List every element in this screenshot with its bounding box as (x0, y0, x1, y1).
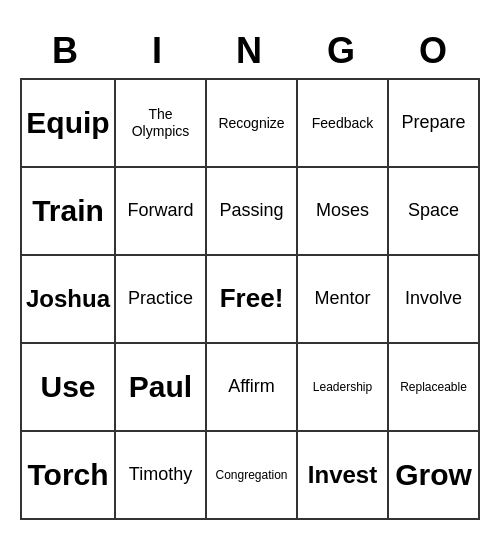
cell-text: The Olympics (120, 106, 201, 140)
cell-r4-c0: Torch (22, 432, 116, 520)
cell-r0-c0: Equip (22, 80, 116, 168)
cell-r3-c3: Leadership (298, 344, 389, 432)
cell-r3-c4: Replaceable (389, 344, 480, 432)
cell-text: Leadership (313, 380, 372, 394)
cell-r0-c1: The Olympics (116, 80, 207, 168)
cell-r3-c2: Affirm (207, 344, 298, 432)
cell-r3-c1: Paul (116, 344, 207, 432)
header-letter: I (112, 24, 204, 78)
cell-r2-c2: Free! (207, 256, 298, 344)
cell-text: Invest (308, 461, 377, 490)
cell-text: Train (32, 193, 104, 229)
cell-text: Mentor (314, 288, 370, 310)
cell-r1-c3: Moses (298, 168, 389, 256)
header-letter: O (388, 24, 480, 78)
cell-r4-c1: Timothy (116, 432, 207, 520)
cell-text: Affirm (228, 376, 275, 398)
cell-text: Equip (26, 105, 109, 141)
cell-text: Involve (405, 288, 462, 310)
cell-text: Replaceable (400, 380, 467, 394)
cell-text: Space (408, 200, 459, 222)
bingo-grid: EquipThe OlympicsRecognizeFeedbackPrepar… (20, 78, 480, 520)
cell-r2-c1: Practice (116, 256, 207, 344)
cell-r0-c4: Prepare (389, 80, 480, 168)
cell-text: Paul (129, 369, 192, 405)
cell-text: Grow (395, 457, 472, 493)
cell-r1-c2: Passing (207, 168, 298, 256)
cell-r2-c3: Mentor (298, 256, 389, 344)
cell-text: Congregation (215, 468, 287, 482)
cell-text: Moses (316, 200, 369, 222)
header-letter: N (204, 24, 296, 78)
cell-text: Recognize (218, 115, 284, 132)
cell-text: Practice (128, 288, 193, 310)
cell-r0-c3: Feedback (298, 80, 389, 168)
cell-r4-c3: Invest (298, 432, 389, 520)
cell-r0-c2: Recognize (207, 80, 298, 168)
cell-r4-c2: Congregation (207, 432, 298, 520)
cell-text: Free! (220, 283, 284, 314)
header-letter: B (20, 24, 112, 78)
cell-text: Joshua (26, 285, 110, 314)
cell-r3-c0: Use (22, 344, 116, 432)
cell-text: Use (40, 369, 95, 405)
cell-r1-c0: Train (22, 168, 116, 256)
cell-text: Feedback (312, 115, 373, 132)
cell-text: Forward (128, 200, 194, 222)
cell-text: Torch (27, 457, 108, 493)
bingo-header: BINGO (20, 24, 480, 78)
cell-text: Timothy (129, 464, 192, 486)
header-letter: G (296, 24, 388, 78)
cell-r4-c4: Grow (389, 432, 480, 520)
cell-r1-c4: Space (389, 168, 480, 256)
bingo-card: BINGO EquipThe OlympicsRecognizeFeedback… (20, 24, 480, 520)
cell-text: Passing (219, 200, 283, 222)
cell-r2-c4: Involve (389, 256, 480, 344)
cell-r2-c0: Joshua (22, 256, 116, 344)
cell-text: Prepare (401, 112, 465, 134)
cell-r1-c1: Forward (116, 168, 207, 256)
